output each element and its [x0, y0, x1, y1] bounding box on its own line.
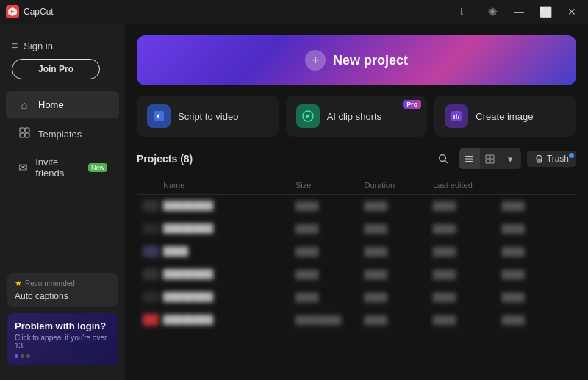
sidebar-item-invite[interactable]: ✉ Invite friends New: [6, 149, 119, 186]
row-edited: ████: [433, 293, 502, 301]
table-row[interactable]: ████ ████ ████ ████ ████: [137, 240, 576, 263]
problem-dots: [15, 354, 110, 358]
row-thumbnail: [143, 291, 159, 303]
row-name: ████████: [163, 315, 295, 325]
sidebar-item-templates[interactable]: Templates: [6, 120, 119, 148]
row-extra: ████: [502, 293, 571, 301]
svg-rect-3: [20, 133, 24, 137]
sidebar-item-home-label: Home: [38, 99, 64, 110]
row-edited: ████: [433, 224, 502, 233]
trash-label: Trash: [547, 154, 569, 164]
row-duration: ████: [365, 270, 434, 279]
join-pro-button[interactable]: Join Pro: [12, 59, 100, 79]
view-toggle: ▾: [459, 148, 521, 169]
row-edited: ████: [433, 201, 502, 210]
row-size: ████: [295, 270, 365, 279]
svg-rect-17: [486, 159, 490, 163]
row-extra: ████: [502, 201, 571, 210]
svg-rect-18: [490, 159, 494, 163]
col-name: Name: [163, 181, 295, 190]
create-icon: [445, 104, 468, 128]
row-thumbnail: [143, 245, 159, 257]
svg-rect-2: [25, 128, 29, 132]
close-btn[interactable]: ✕: [562, 4, 582, 19]
row-edited: ████: [433, 247, 502, 256]
new-badge: New: [88, 163, 107, 172]
sidebar-item-templates-label: Templates: [38, 129, 82, 140]
table-row[interactable]: ████████ ████ ████ ████ ████: [137, 195, 576, 218]
col-checkbox: [143, 181, 163, 190]
pro-badge: Pro: [403, 100, 421, 109]
settings-titlebar-btn[interactable]: [482, 4, 503, 19]
svg-rect-12: [465, 156, 473, 157]
problem-title: Problem with login?: [15, 320, 110, 331]
signin-row[interactable]: ≡ Sign in: [12, 35, 113, 56]
list-view-btn[interactable]: [459, 148, 480, 169]
sidebar: ≡ Sign in Join Pro ⌂ Home Templ: [0, 24, 125, 380]
table-row[interactable]: ████████ ████ ████ ████ ████: [137, 286, 576, 309]
create-image-card[interactable]: Create image: [434, 96, 576, 137]
table-row[interactable]: ████████ ████ ████ ████ ████: [137, 218, 576, 240]
search-button[interactable]: [433, 148, 453, 169]
logo-icon: [6, 5, 19, 18]
row-duration: ████: [365, 293, 434, 301]
svg-rect-14: [465, 161, 473, 162]
svg-rect-15: [486, 155, 490, 159]
clip-icon: [296, 104, 320, 128]
svg-rect-1: [20, 128, 24, 132]
row-extra: ████: [502, 247, 571, 256]
rec-title: ★ Recommended: [15, 279, 110, 288]
projects-header: Projects (8): [137, 148, 576, 169]
col-size: Size: [295, 181, 365, 190]
problem-card[interactable]: Problem with login? Click to appeal if y…: [7, 313, 118, 365]
row-duration: ████: [365, 247, 434, 256]
script-to-video-label: Script to video: [178, 111, 238, 122]
row-size: ████: [295, 224, 365, 233]
row-size: ████: [295, 201, 365, 210]
trash-icon: [534, 154, 544, 164]
sidebar-item-home[interactable]: ⌂ Home: [6, 91, 119, 118]
col-duration: Duration: [365, 181, 434, 190]
row-name: ████████: [163, 292, 295, 302]
svg-rect-4: [25, 133, 29, 137]
sidebar-nav: ⌂ Home Templates ✉ Invite friends New: [0, 88, 125, 267]
row-extra: ████: [502, 224, 571, 233]
chat-titlebar-btn[interactable]: [456, 4, 476, 19]
svg-rect-13: [465, 158, 473, 159]
row-edited: ████: [433, 315, 502, 324]
signin-label: Sign in: [24, 40, 53, 51]
ai-clip-shorts-label: AI clip shorts: [327, 111, 381, 122]
row-duration: ████: [365, 315, 434, 324]
ai-clip-shorts-card[interactable]: AI clip shorts Pro: [286, 96, 428, 137]
star-icon: ★: [15, 279, 22, 288]
new-project-label: New project: [333, 53, 408, 68]
sidebar-user-section: ≡ Sign in Join Pro: [0, 32, 125, 88]
recommendation-card[interactable]: ★ Recommended Auto captions: [7, 273, 118, 307]
app-body: ≡ Sign in Join Pro ⌂ Home Templ: [0, 24, 588, 380]
dropdown-view-btn[interactable]: ▾: [501, 148, 521, 169]
new-project-banner[interactable]: + New project: [137, 35, 576, 85]
maximize-btn[interactable]: ⬜: [535, 4, 556, 19]
row-name: ████████: [163, 201, 295, 211]
table-row[interactable]: ████████ ████ ████ ████ ████: [137, 263, 576, 286]
row-extra: ████: [502, 270, 571, 279]
svg-rect-10: [458, 116, 459, 119]
row-duration: ████: [365, 201, 434, 210]
row-thumbnail: [143, 223, 159, 234]
script-to-video-card[interactable]: Script to video: [137, 96, 279, 137]
app-logo: CapCut: [6, 5, 54, 18]
rec-name: Auto captions: [15, 291, 110, 301]
templates-icon: [18, 127, 31, 140]
row-size: ████: [295, 293, 365, 301]
col-edited: Last edited: [433, 181, 502, 190]
row-extra: ████: [502, 315, 571, 324]
trash-button[interactable]: Trash: [527, 151, 576, 167]
row-size: ████: [295, 247, 365, 256]
row-thumbnail: [143, 314, 159, 326]
sidebar-bottom: ★ Recommended Auto captions Problem with…: [0, 267, 125, 371]
table-row[interactable]: ████████ ████████ ████ ████ ████: [137, 309, 576, 331]
svg-rect-16: [490, 155, 494, 159]
minimize-btn[interactable]: —: [509, 4, 529, 19]
grid-view-btn[interactable]: [480, 148, 501, 169]
row-name: ████████: [163, 269, 295, 279]
